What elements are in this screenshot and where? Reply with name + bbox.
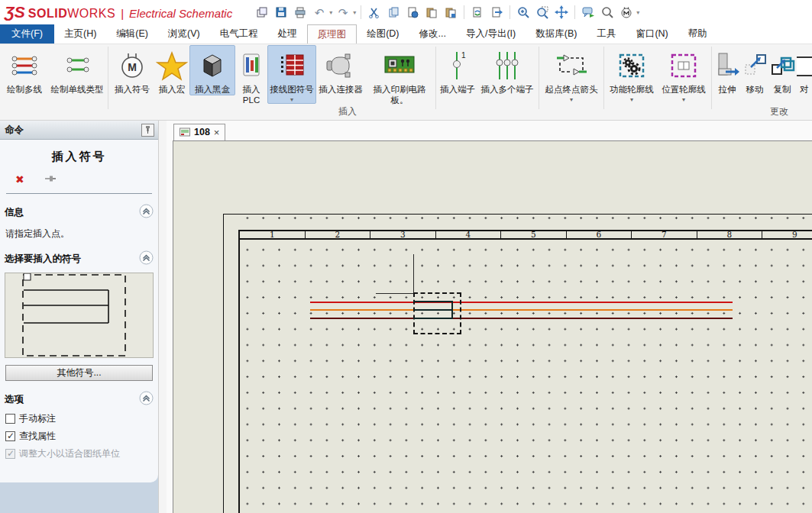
column-number: 1 [240, 231, 306, 238]
find-attribute-option[interactable]: 查找属性 [5, 430, 154, 443]
command-panel-header: 命令 [0, 121, 158, 140]
wire-orange [310, 309, 733, 311]
undo-dropdown-icon[interactable] [329, 9, 332, 16]
toolbar-separator [361, 5, 361, 19]
zoom-in-icon[interactable] [515, 4, 532, 21]
macro-icon[interactable] [618, 4, 635, 21]
align-button-partial[interactable]: 对 [796, 45, 812, 95]
resize-to-sheet-unit-option: 调整大小以适合图纸单位 [5, 447, 154, 460]
resize-to-sheet-unit-checkbox [5, 449, 15, 459]
menu-schematic[interactable]: 原理图 [307, 24, 357, 44]
draw-single-wire-type-button[interactable]: 绘制单线类型 [48, 45, 106, 95]
origin-destination-arrows-button[interactable]: 起点终点箭头 [541, 45, 602, 104]
menu-window[interactable]: 窗口(N) [626, 24, 678, 44]
location-outline-icon [668, 47, 700, 84]
grid-dots [239, 216, 812, 513]
wire-red [310, 302, 733, 303]
move-button[interactable]: 移动 [741, 45, 768, 95]
save-icon[interactable] [273, 4, 290, 21]
close-tab-icon[interactable] [214, 127, 220, 137]
insert-multiple-terminals-button[interactable]: 插入多个端子 [477, 45, 537, 95]
other-symbols-button[interactable]: 其他符号... [5, 365, 153, 381]
menu-database[interactable]: 数据库(B) [526, 24, 587, 44]
insert-terminal-button[interactable]: 1 插入端子 [438, 45, 477, 95]
product-name: Electrical Schematic [129, 7, 232, 20]
ribbon-toolbar: 绘制多线 绘制单线类型 M 插入符号 插入宏 插入黑盒 插入 PLC 接线图符号… [0, 44, 812, 121]
messages-icon[interactable] [580, 4, 597, 21]
ribbon-separator [108, 47, 108, 109]
panel-splitter[interactable] [158, 121, 167, 513]
paste-icon[interactable] [423, 4, 440, 21]
crosshair-vertical [413, 254, 414, 294]
find-attribute-checkbox[interactable] [5, 431, 15, 441]
menu-edit[interactable]: 编辑(E) [106, 24, 158, 44]
cancel-command-icon[interactable] [15, 173, 24, 186]
cut-icon[interactable] [366, 4, 383, 21]
copy-button[interactable]: 复制 [768, 45, 796, 95]
window-switch-icon[interactable] [254, 4, 270, 21]
collapse-options-icon[interactable] [139, 391, 154, 408]
sheet-tab-108[interactable]: 108 [173, 124, 225, 140]
command-panel: 命令 插入符号 信息 请指定插入点。 选择要插入的符号 [0, 121, 158, 513]
print-icon[interactable] [292, 4, 309, 21]
connector-icon [324, 47, 357, 84]
menu-draw[interactable]: 绘图(D) [357, 24, 409, 44]
menu-file[interactable]: 文件(F) [0, 24, 54, 44]
dropdown-caret-icon[interactable] [570, 96, 573, 103]
menu-help[interactable]: 帮助 [678, 24, 717, 44]
undo-icon[interactable] [311, 4, 328, 21]
menu-tools[interactable]: 工具 [587, 24, 626, 44]
insert-macro-button[interactable]: 插入宏 [154, 45, 189, 95]
sheet-update-icon[interactable] [469, 4, 486, 21]
toolbar-more-icon[interactable] [636, 9, 639, 16]
redo-icon[interactable] [335, 4, 351, 21]
insert-symbol-button[interactable]: M 插入符号 [110, 45, 154, 95]
paste-special-icon[interactable] [442, 4, 459, 21]
copy-icon[interactable] [385, 4, 402, 21]
dropdown-caret-icon[interactable] [682, 96, 685, 103]
menu-process[interactable]: 处理 [268, 24, 307, 44]
function-outline-icon [616, 47, 648, 84]
panel-pin-button[interactable] [141, 124, 154, 137]
symbol-preview[interactable] [5, 273, 154, 358]
ds-logo-icon: ƷS [5, 3, 25, 21]
collapse-symbol-icon[interactable] [139, 250, 154, 267]
insert-connector-button[interactable]: 插入连接器 [316, 45, 365, 95]
location-outline-button[interactable]: 位置轮廓线 [658, 45, 710, 104]
ribbon-group-insert-label: 插入 [306, 105, 390, 118]
menu-electrical-project[interactable]: 电气工程 [210, 24, 268, 44]
wiring-diagram-symbol-button[interactable]: 接线图符号 [267, 45, 316, 104]
dropdown-caret-icon[interactable] [630, 96, 633, 103]
insert-plc-button[interactable]: 插入 PLC [235, 45, 267, 107]
brand-separator: | [121, 7, 124, 20]
redo-dropdown-icon[interactable] [353, 9, 356, 16]
insert-pcb-button[interactable]: 插入印刷电路板。 [365, 45, 434, 107]
stretch-button[interactable]: 拉伸 [713, 45, 741, 95]
copy-objects-icon [768, 47, 796, 84]
search-icon[interactable] [599, 4, 616, 21]
schematic-canvas[interactable]: 1 2 3 4 5 6 7 8 9 [173, 140, 812, 513]
zoom-window-icon[interactable] [534, 4, 551, 21]
menu-home[interactable]: 主页(H) [54, 24, 106, 44]
document-tab-bar: 108 [167, 121, 812, 140]
pin-icon [144, 125, 152, 134]
pan-icon[interactable] [553, 4, 570, 21]
dropdown-caret-icon[interactable] [290, 96, 293, 103]
manual-mark-checkbox[interactable] [5, 414, 15, 424]
menu-modify[interactable]: 修改... [409, 24, 456, 44]
draw-multi-wire-button[interactable]: 绘制多线 [1, 45, 48, 95]
menu-import-export[interactable]: 导入/导出(I) [456, 24, 526, 44]
copy-special-icon[interactable] [404, 4, 421, 21]
collapse-info-icon[interactable] [139, 204, 154, 221]
functional-outline-button[interactable]: 功能轮廓线 [606, 45, 658, 104]
wiring-grid-icon [277, 47, 307, 84]
pcb-icon [382, 47, 417, 84]
sheet-export-icon[interactable] [488, 4, 505, 21]
terminal-icon: 1 [447, 47, 468, 84]
insert-black-box-button[interactable]: 插入黑盒 [189, 45, 235, 95]
manual-mark-option[interactable]: 手动标注 [5, 412, 154, 425]
toolbar-separator [574, 5, 575, 19]
keep-panel-pin-icon[interactable] [44, 174, 57, 186]
plc-icon [238, 47, 264, 84]
menu-view[interactable]: 浏览(V) [158, 24, 210, 44]
